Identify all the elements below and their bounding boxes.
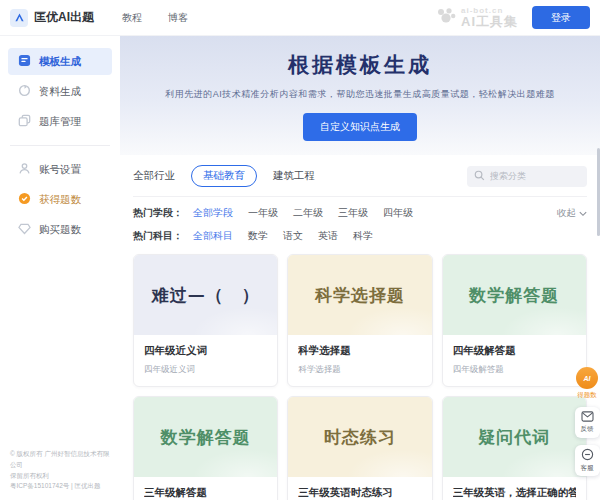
service-icon: [581, 448, 594, 462]
badge-label: 得题数: [577, 391, 597, 400]
card-preview: 疑问代词: [443, 397, 586, 477]
card-preview: 时态练习: [288, 397, 431, 477]
tabs-divider: [133, 196, 587, 197]
page-subtitle: 利用先进的AI技术精准分析内容和需求，帮助您迅速批量生成高质量试题，轻松解决出题…: [120, 88, 600, 101]
sidebar-item-label: 获得题数: [39, 193, 81, 207]
tab-all-industries[interactable]: 全部行业: [133, 169, 175, 183]
grade-filter-row: 热门学段： 全部学段 一年级 二年级 三年级 四年级 收起: [133, 206, 587, 220]
subject-science[interactable]: 科学: [353, 229, 373, 243]
sidebar-item-question-bank[interactable]: 题库管理: [8, 108, 112, 135]
layers-icon: [18, 114, 31, 129]
earn-questions-badge[interactable]: AI: [576, 367, 598, 389]
sidebar: 模板生成 资料生成 题库管理 账号设置 获得题数: [0, 36, 120, 500]
top-nav: 教程 博客: [122, 11, 188, 25]
grade-2[interactable]: 二年级: [293, 206, 323, 220]
grade-filter-label: 热门学段：: [133, 206, 183, 220]
collapse-label: 收起: [557, 207, 576, 220]
sidebar-item-label: 账号设置: [39, 163, 81, 177]
card-subtitle: 科学选择题: [298, 364, 421, 376]
industry-tabs: 全部行业 基础教育 建筑工程: [133, 165, 587, 187]
card-preview: 难过—（ ）: [134, 255, 277, 335]
subject-english[interactable]: 英语: [318, 229, 338, 243]
logo-icon: [10, 9, 28, 27]
card-subtitle: 四年级近义词: [144, 364, 267, 376]
card-title: 四年级近义词: [144, 344, 267, 358]
rights-line: 保留所有权利: [10, 471, 112, 482]
feedback-button[interactable]: 反馈: [575, 407, 600, 438]
card-preview: 科学选择题: [288, 255, 431, 335]
grade-4[interactable]: 四年级: [383, 206, 413, 220]
card-title: 科学选择题: [298, 344, 421, 358]
sidebar-item-label: 题库管理: [39, 115, 81, 129]
template-card[interactable]: 数学解答题 四年级解答题 四年级解答题: [442, 254, 587, 387]
nav-tutorial[interactable]: 教程: [122, 11, 142, 25]
copyright-line: © 版权所有 广州好智信息技术有限公司: [10, 449, 112, 470]
template-card-grid: 难过—（ ） 四年级近义词 四年级近义词 科学选择题 科学选择题 科学选择题 数…: [133, 254, 587, 500]
service-label: 客服: [581, 464, 594, 473]
grade-1[interactable]: 一年级: [248, 206, 278, 220]
nav-blog[interactable]: 博客: [168, 11, 188, 25]
subject-filter-row: 热门科目： 全部科目 数学 语文 英语 科学: [133, 229, 587, 243]
grid-icon: [18, 54, 31, 69]
hero-banner: 根据模板生成 利用先进的AI技术精准分析内容和需求，帮助您迅速批量生成高质量试题…: [120, 36, 600, 155]
custom-knowledge-button[interactable]: 自定义知识点生成: [303, 113, 417, 141]
grade-all[interactable]: 全部学段: [193, 206, 233, 220]
diamond-icon: [18, 222, 31, 237]
tab-basic-education[interactable]: 基础教育: [191, 165, 257, 187]
icp-line: 粤ICP备15101742号 | 匡优出题: [10, 481, 112, 492]
floating-toolbar: AI 得题数 反馈 客服: [573, 367, 600, 476]
chevron-down-icon: [579, 208, 587, 219]
refresh-icon: [18, 84, 31, 99]
card-preview: 数学解答题: [443, 255, 586, 335]
sidebar-divider: [10, 145, 110, 146]
subject-math[interactable]: 数学: [248, 229, 268, 243]
search-icon: [474, 167, 485, 185]
template-card[interactable]: 时态练习 三年级英语时态练习 三年级英语时态练习: [287, 396, 432, 500]
sidebar-item-label: 资料生成: [39, 85, 81, 99]
sidebar-item-buy-questions[interactable]: 购买题数: [8, 216, 112, 243]
watermark: ai-bot.cn AI工具集: [436, 7, 518, 29]
mail-icon: [581, 411, 594, 423]
collapse-toggle[interactable]: 收起: [557, 207, 587, 220]
subject-chinese[interactable]: 语文: [283, 229, 303, 243]
tab-construction[interactable]: 建筑工程: [273, 169, 315, 183]
template-card[interactable]: 难过—（ ） 四年级近义词 四年级近义词: [133, 254, 278, 387]
card-title: 三年级英语时态练习: [298, 486, 421, 500]
copyright-footer: © 版权所有 广州好智信息技术有限公司 保留所有权利 粤ICP备15101742…: [10, 449, 112, 492]
topbar: 匡优AI出题 教程 博客 ai-bot.cn AI工具集 登录: [0, 0, 600, 36]
customer-service-button[interactable]: 客服: [575, 445, 600, 476]
card-title: 四年级解答题: [453, 344, 576, 358]
paw-icon: [436, 7, 456, 29]
sidebar-item-earn-questions[interactable]: 获得题数: [8, 186, 112, 213]
subject-all[interactable]: 全部科目: [193, 229, 233, 243]
content-area: 全部行业 基础教育 建筑工程 热门学段： 全部学段 一年级 二年级 三年级 四年…: [120, 155, 600, 500]
card-title: 三年级英语，选择正确的答: [453, 486, 576, 500]
category-search[interactable]: [467, 166, 587, 187]
card-title: 三年级解答题: [144, 486, 267, 500]
template-card[interactable]: 数学解答题 三年级解答题 三年级解答题: [133, 396, 278, 500]
subject-filter-label: 热门科目：: [133, 229, 183, 243]
sidebar-item-material-generate[interactable]: 资料生成: [8, 78, 112, 105]
grade-3[interactable]: 三年级: [338, 206, 368, 220]
card-subtitle: 四年级解答题: [453, 364, 576, 376]
sidebar-item-label: 模板生成: [39, 55, 81, 69]
feedback-label: 反馈: [581, 425, 594, 434]
main-content: 根据模板生成 利用先进的AI技术精准分析内容和需求，帮助您迅速批量生成高质量试题…: [120, 36, 600, 500]
coin-icon: [18, 192, 31, 207]
template-card[interactable]: 科学选择题 科学选择题 科学选择题: [287, 254, 432, 387]
user-icon: [18, 162, 31, 177]
template-card[interactable]: 疑问代词 三年级英语，选择正确的答 三年级英语: [442, 396, 587, 500]
sidebar-item-account-settings[interactable]: 账号设置: [8, 156, 112, 183]
search-input[interactable]: [490, 171, 580, 181]
sidebar-item-label: 购买题数: [39, 223, 81, 237]
card-preview: 数学解答题: [134, 397, 277, 477]
app-window: 匡优AI出题 教程 博客 ai-bot.cn AI工具集 登录: [0, 0, 600, 500]
app-logo[interactable]: 匡优AI出题: [10, 9, 94, 27]
login-button[interactable]: 登录: [532, 6, 590, 29]
page-title: 根据模板生成: [120, 51, 600, 79]
app-title: 匡优AI出题: [34, 9, 94, 26]
watermark-title: AI工具集: [461, 15, 518, 28]
sidebar-item-template-generate[interactable]: 模板生成: [8, 48, 112, 75]
